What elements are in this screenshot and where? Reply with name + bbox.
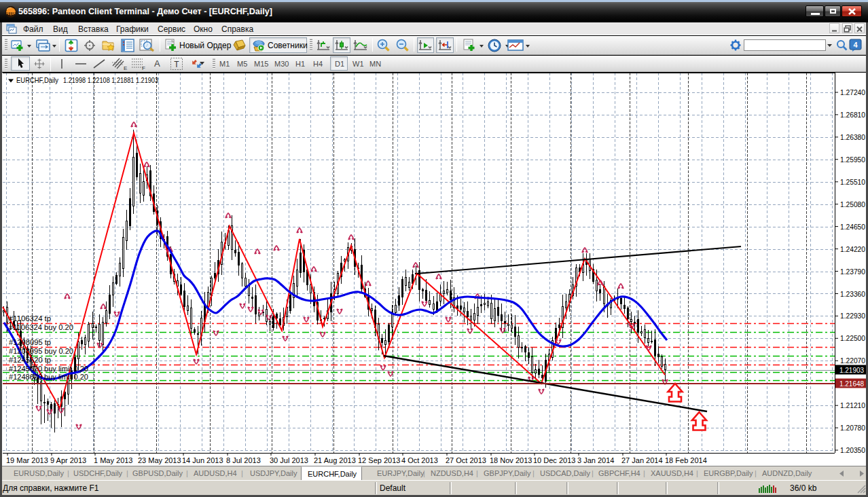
svg-text:1.24220: 1.24220	[840, 245, 865, 253]
svg-text:14 Jun 2013: 14 Jun 2013	[182, 456, 223, 464]
svg-text:#1245620 tp: #1245620 tp	[9, 356, 51, 364]
svg-text:1.22500: 1.22500	[840, 334, 865, 342]
svg-text:#1106324 tp: #1106324 tp	[9, 314, 51, 323]
svg-text:18 Feb 2014: 18 Feb 2014	[665, 456, 707, 464]
svg-text:#1248620 buy limit 0.20: #1248620 buy limit 0.20	[9, 373, 88, 381]
svg-text:1.25510: 1.25510	[840, 178, 865, 186]
svg-text:1.20780: 1.20780	[840, 424, 865, 432]
svg-text:23 May 2013: 23 May 2013	[138, 456, 181, 464]
svg-text:#1208095 tp: #1208095 tp	[9, 338, 51, 346]
svg-text:18 Nov 2013: 18 Nov 2013	[490, 456, 532, 464]
svg-text:12 Sep 2013: 12 Sep 2013	[358, 456, 400, 464]
svg-text:#1208095 buy 0.20: #1208095 buy 0.20	[9, 347, 73, 355]
svg-text:27 Oct 2013: 27 Oct 2013	[446, 456, 486, 464]
svg-text:1.26810: 1.26810	[840, 111, 865, 119]
svg-text:1.21903: 1.21903	[839, 366, 864, 374]
svg-text:EURCHF,Daily: EURCHF,Daily	[16, 76, 58, 84]
svg-text:1.26380: 1.26380	[840, 133, 865, 141]
svg-text:F: F	[142, 65, 145, 71]
svg-text:1.23790: 1.23790	[840, 268, 865, 276]
svg-text:#1106324 buy 0.20: #1106324 buy 0.20	[9, 323, 73, 331]
svg-text:E: E	[124, 65, 127, 71]
svg-text:1.21998 1.22108 1.21881 1.2190: 1.21998 1.22108 1.21881 1.21903	[63, 76, 158, 84]
svg-text:1.27240: 1.27240	[840, 88, 865, 96]
svg-text:1.24650: 1.24650	[840, 223, 865, 231]
svg-text:1.20350: 1.20350	[840, 446, 865, 454]
svg-text:21 Aug 2013: 21 Aug 2013	[314, 456, 356, 464]
svg-text:1.25080: 1.25080	[840, 200, 865, 208]
svg-text:8 Jul 2013: 8 Jul 2013	[226, 456, 261, 464]
svg-text:1.22930: 1.22930	[840, 312, 865, 320]
svg-text:30 Jul 2013: 30 Jul 2013	[270, 456, 308, 464]
svg-text:10 Dec 2013: 10 Dec 2013	[533, 456, 575, 464]
svg-text:1.22070: 1.22070	[840, 356, 865, 365]
svg-text:27 Jan 2014: 27 Jan 2014	[621, 456, 663, 464]
svg-text:1.23360: 1.23360	[840, 290, 865, 298]
svg-text:#1245620 buy limit 0.20: #1245620 buy limit 0.20	[9, 365, 88, 373]
svg-text:4 Oct 2013: 4 Oct 2013	[401, 456, 438, 464]
svg-text:T: T	[174, 60, 179, 69]
svg-text:4: 4	[853, 41, 858, 49]
svg-text:1.25950: 1.25950	[840, 155, 865, 164]
svg-text:1.21648: 1.21648	[839, 380, 864, 388]
svg-text:9 Apr 2013: 9 Apr 2013	[50, 456, 86, 464]
svg-text:1 May 2013: 1 May 2013	[94, 456, 132, 464]
svg-text:3 Jan 2014: 3 Jan 2014	[577, 456, 614, 464]
svg-text:19 Mar 2013: 19 Mar 2013	[6, 456, 48, 464]
svg-text:1.21210: 1.21210	[840, 401, 865, 409]
